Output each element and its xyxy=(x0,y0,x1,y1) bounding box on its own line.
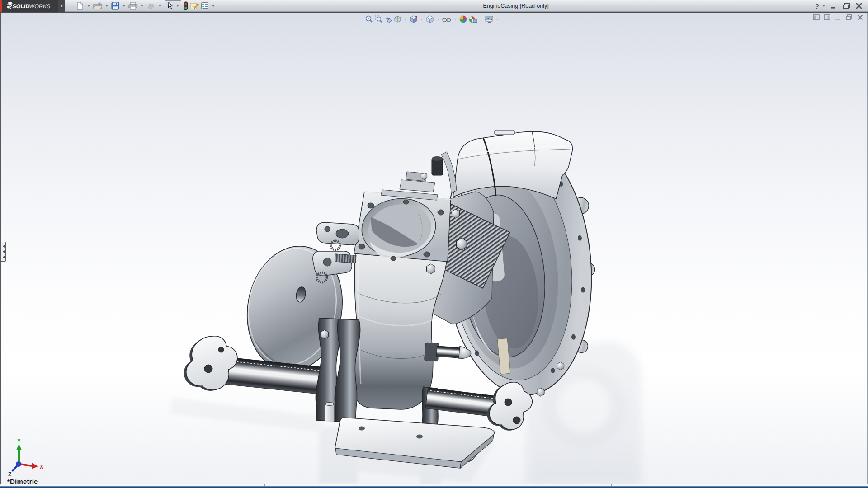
display-style-caret[interactable] xyxy=(437,19,439,20)
crank-pin xyxy=(425,343,472,364)
edit-appearance-button[interactable] xyxy=(459,15,467,23)
status-strip xyxy=(0,484,868,488)
orientation-triad: Y X Z xyxy=(8,438,43,478)
view-orientation-button[interactable] xyxy=(409,15,418,23)
triad-x-label: X xyxy=(40,464,43,470)
triad-z-label: Z xyxy=(8,471,11,478)
triad-y-label: Y xyxy=(17,438,21,444)
hide-show-items-button[interactable] xyxy=(442,15,452,23)
section-view-button[interactable] xyxy=(393,15,402,23)
zoom-to-fit-button[interactable] xyxy=(365,15,373,23)
zoom-to-area-button[interactable] xyxy=(374,15,383,23)
mount-brackets xyxy=(313,222,359,282)
headsup-view-toolbar xyxy=(364,14,501,24)
close-doc-button[interactable] xyxy=(857,14,863,20)
hide-show-caret[interactable] xyxy=(454,19,457,20)
minimize-doc-button[interactable] xyxy=(835,14,841,20)
restore-doc-button[interactable] xyxy=(845,14,853,20)
feature-tree-collapsed-tab[interactable] xyxy=(1,242,6,262)
pane-left-button[interactable] xyxy=(813,14,820,20)
engine-casing-3d-model: Y X Z xyxy=(0,0,868,488)
section-caret[interactable] xyxy=(404,19,407,20)
previous-view-button[interactable] xyxy=(384,15,392,23)
view-settings-button[interactable] xyxy=(485,15,494,23)
view-settings-caret[interactable] xyxy=(496,19,499,20)
collapse-arrow-icon xyxy=(3,245,5,248)
collapse-arrow-icon xyxy=(3,250,5,253)
apply-scene-caret[interactable] xyxy=(480,19,482,20)
document-window-controls xyxy=(813,14,863,20)
crankcase-block xyxy=(353,253,447,409)
pane-right-button[interactable] xyxy=(824,14,830,20)
orientation-caret[interactable] xyxy=(420,19,423,20)
display-style-button[interactable] xyxy=(425,15,434,23)
intake-fittings xyxy=(381,152,457,200)
collapse-arrow-icon xyxy=(3,256,5,258)
cylinder-top-plate xyxy=(354,192,451,263)
apply-scene-button[interactable] xyxy=(468,15,477,23)
